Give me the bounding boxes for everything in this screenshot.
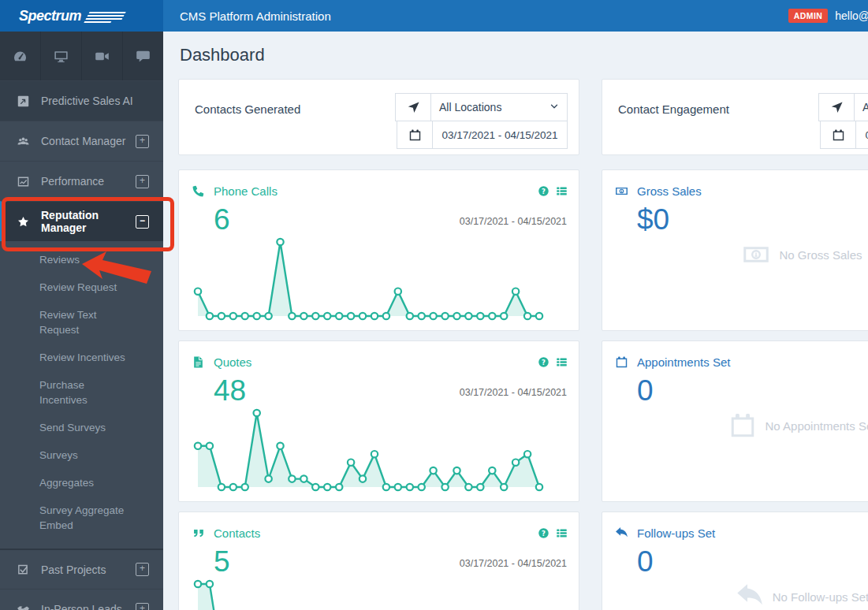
chat-bubble-icon <box>136 49 151 64</box>
sidebar-item-performance[interactable]: Performance+ <box>0 161 163 201</box>
sidebar-item-past-projects[interactable]: Past Projects+ <box>0 549 163 589</box>
metric-value: 5 <box>214 545 230 578</box>
sidebar-item-predictive-sales-ai[interactable]: Predictive Sales AI <box>0 80 163 121</box>
sidebar-subitem-survey-aggregate-embed[interactable]: Survey Aggregate Embed <box>0 497 163 539</box>
plus-square-icon[interactable]: + <box>136 135 149 148</box>
sidebar-item-label: Reputation Manager <box>41 209 136 234</box>
sidebar-item-label: Performance <box>41 175 136 188</box>
th-list-icon[interactable] <box>556 356 568 368</box>
sidebar-item-label: In-Person Leads <box>41 603 136 610</box>
sidebar-item-contact-manager[interactable]: Contact Manager+ <box>0 121 163 161</box>
sidebar-tab-video[interactable] <box>82 32 123 80</box>
sidebar-subitem-send-surveys[interactable]: Send Surveys <box>0 414 163 441</box>
empty-state-text: No Gross Sales <box>779 248 862 262</box>
calendar-icon <box>408 128 422 142</box>
reply-icon <box>736 582 764 610</box>
panel-filters: All Locations03/17/2021 - 04/15/2021 <box>818 93 868 149</box>
panel-title: Contact Engagement <box>618 102 729 116</box>
date-range-value: 03/17/2021 - 04/15/2021 <box>856 121 868 148</box>
panel-contact-engagement: Contact EngagementAll Locations03/17/202… <box>602 79 868 610</box>
sparkline-chart <box>192 405 546 493</box>
metric-card-gross-sales: Gross Sales$0No Gross Sales <box>602 169 868 331</box>
sidebar-subitem-reviews[interactable]: Reviews <box>0 246 163 273</box>
sidebar-subitem-review-incentives[interactable]: Review Incentives <box>0 344 163 371</box>
empty-state: No Follow-ups Set <box>602 582 868 610</box>
line-chart-icon <box>17 175 31 188</box>
sidebar: Predictive Sales AIContact Manager+Perfo… <box>0 32 163 610</box>
metric-card-contacts: Contacts?503/17/2021 - 04/15/2021 <box>178 511 579 610</box>
svg-text:?: ? <box>542 530 546 537</box>
metric-card-title: Follow-ups Set <box>637 526 715 540</box>
minus-square-icon[interactable]: − <box>136 215 149 229</box>
svg-text:?: ? <box>542 359 546 366</box>
empty-state-text: No Follow-ups Set <box>773 590 868 604</box>
panel-title: Contacts Generated <box>195 102 300 116</box>
metric-card-title: Gross Sales <box>637 184 702 198</box>
location-filter-group: All Locations <box>818 93 868 121</box>
metric-date-range: 03/17/2021 - 04/15/2021 <box>460 216 567 227</box>
brand-logo[interactable]: Spectrum <box>0 0 163 32</box>
calendar-icon <box>832 128 845 142</box>
sidebar-tab-desktop[interactable] <box>41 32 82 80</box>
sidebar-tab-chat[interactable] <box>123 32 163 80</box>
chart-box-icon <box>17 95 31 108</box>
sidebar-tab-dashboard[interactable] <box>0 32 41 80</box>
admin-badge: ADMIN <box>788 9 828 23</box>
sidebar-item-reputation-manager[interactable]: Reputation Manager− <box>0 201 163 241</box>
metric-value: 0 <box>637 545 654 578</box>
plus-square-icon[interactable]: + <box>136 563 149 576</box>
money-bill-icon <box>742 240 770 269</box>
metric-value: 6 <box>214 203 230 236</box>
location-select[interactable]: All Locations <box>431 94 567 121</box>
calendar-icon <box>728 411 757 440</box>
metric-card-quotes: Quotes?4803/17/2021 - 04/15/2021 <box>178 340 579 502</box>
metric-card-title: Contacts <box>214 526 260 540</box>
top-bar: Spectrum CMS Platform Administration ADM… <box>0 0 868 32</box>
location-arrow-icon <box>407 101 420 114</box>
location-select[interactable]: All Locations <box>855 94 868 121</box>
th-list-icon[interactable] <box>556 185 568 197</box>
svg-text:?: ? <box>542 188 546 195</box>
sidebar-item-label: Predictive Sales AI <box>41 95 149 107</box>
check-square-icon <box>17 563 31 576</box>
desktop-icon <box>54 49 69 64</box>
sidebar-menu: Predictive Sales AIContact Manager+Perfo… <box>0 80 163 610</box>
brand-name: Spectrum <box>19 8 81 24</box>
sidebar-subitem-review-text-request[interactable]: Review Text Request <box>0 301 163 344</box>
sidebar-icon-tabs <box>0 32 163 80</box>
plus-square-icon[interactable]: + <box>136 603 149 610</box>
th-list-icon[interactable] <box>556 527 568 539</box>
panel-header-contacts-generated: Contacts GeneratedAll Locations03/17/202… <box>178 79 579 155</box>
sidebar-item-in-person-leads[interactable]: In-Person Leads+ <box>0 589 163 610</box>
sidebar-subitem-purchase-incentives[interactable]: Purchase Incentives <box>0 371 163 414</box>
date-range-value: 03/17/2021 - 04/15/2021 <box>433 121 567 148</box>
empty-state: No Appointments Set <box>602 411 868 440</box>
sidebar-item-label: Past Projects <box>41 564 136 576</box>
date-range-picker[interactable]: 03/17/2021 - 04/15/2021 <box>820 121 868 149</box>
sidebar-subitem-review-request[interactable]: Review Request <box>0 273 163 301</box>
metric-card-title: Phone Calls <box>214 184 278 198</box>
reply-icon <box>615 526 628 540</box>
tachometer-icon <box>13 49 28 64</box>
main-content: Dashboard Contacts GeneratedAll Location… <box>163 32 868 610</box>
metric-value: 0 <box>637 374 654 407</box>
chevron-down-icon <box>549 102 559 111</box>
metric-value: $0 <box>637 203 669 236</box>
metric-card-title: Quotes <box>214 355 251 369</box>
sidebar-subitem-aggregates[interactable]: Aggregates <box>0 469 163 497</box>
question-circle-icon[interactable]: ? <box>538 356 549 368</box>
panel-filters: All Locations03/17/2021 - 04/15/2021 <box>395 93 568 149</box>
sidebar-subitem-surveys[interactable]: Surveys <box>0 441 163 469</box>
date-range-picker[interactable]: 03/17/2021 - 04/15/2021 <box>397 121 568 149</box>
user-email[interactable]: hello@ <box>835 9 868 22</box>
handshake-icon <box>17 603 31 610</box>
panel-contacts-generated: Contacts GeneratedAll Locations03/17/202… <box>178 79 579 610</box>
question-circle-icon[interactable]: ? <box>538 185 549 197</box>
topbar-user-area: ADMIN hello@ <box>788 9 868 23</box>
question-circle-icon[interactable]: ? <box>538 527 549 539</box>
app-title: CMS Platform Administration <box>180 9 788 23</box>
money-bill-icon <box>615 184 628 198</box>
plus-square-icon[interactable]: + <box>136 175 149 188</box>
panel-header-contact-engagement: Contact EngagementAll Locations03/17/202… <box>602 79 868 155</box>
reputation-manager-submenu: ReviewsReview RequestReview Text Request… <box>0 241 163 549</box>
